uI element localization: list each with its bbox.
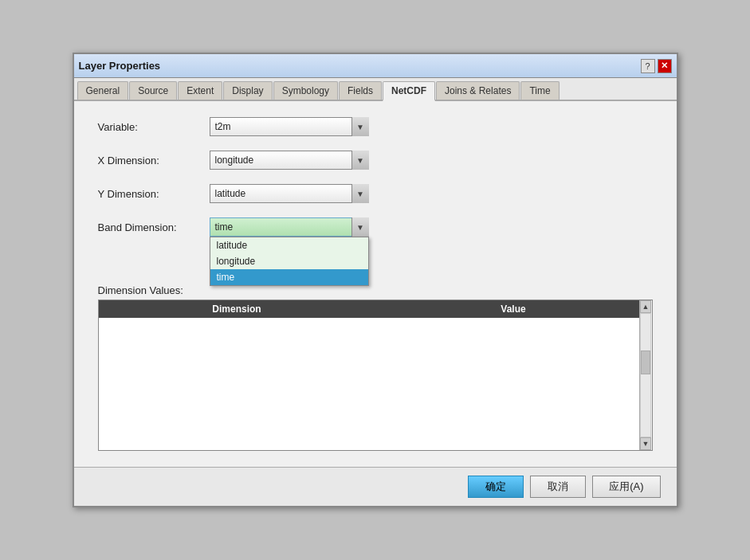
tab-fields[interactable]: Fields (339, 81, 382, 100)
ydim-select[interactable]: latitude (210, 184, 369, 203)
scroll-down-btn[interactable]: ▼ (640, 437, 651, 450)
xdim-select-wrapper: longitude ▼ (210, 151, 369, 170)
dropdown-item-time[interactable]: time (210, 269, 368, 285)
footer: 确定 取消 应用(A) (74, 467, 677, 506)
ydim-row: Y Dimension: latitude ▼ (98, 184, 653, 203)
tabs-bar: General Source Extent Display Symbology … (74, 78, 677, 101)
title-bar: Layer Properties ? ✕ (74, 54, 677, 78)
table-scrollbar: ▲ ▼ (639, 300, 652, 450)
banddim-label: Band Dimension: (98, 221, 210, 233)
scroll-thumb[interactable] (641, 350, 650, 374)
title-bar-left: Layer Properties (79, 60, 161, 72)
banddim-dropdown-open: latitude longitude time (210, 237, 369, 286)
close-button[interactable]: ✕ (658, 59, 672, 73)
table-header: Dimension Value (99, 300, 652, 318)
window-title: Layer Properties (79, 60, 161, 72)
scroll-track (640, 313, 651, 437)
variable-select[interactable]: t2m (210, 117, 369, 136)
banddim-select-display[interactable]: time (210, 217, 369, 237)
ydim-select-wrapper: latitude ▼ (210, 184, 369, 203)
netcdf-content: Variable: t2m ▼ X Dimension: longitude ▼… (74, 101, 677, 467)
help-button[interactable]: ? (641, 59, 655, 73)
ok-button[interactable]: 确定 (468, 476, 524, 498)
dimension-values-section: Dimension Values: Dimension Value ▲ ▼ (98, 284, 653, 451)
variable-row: Variable: t2m ▼ (98, 117, 653, 136)
xdim-label: X Dimension: (98, 155, 210, 166)
col-value-header: Value (375, 300, 652, 318)
xdim-row: X Dimension: longitude ▼ (98, 151, 653, 170)
tab-time[interactable]: Time (520, 81, 559, 100)
tab-source[interactable]: Source (129, 81, 177, 100)
title-bar-controls: ? ✕ (641, 59, 672, 73)
table-body (99, 318, 652, 437)
apply-button[interactable]: 应用(A) (592, 476, 660, 498)
banddim-row: Band Dimension: time ▼ latitude longitud… (98, 217, 653, 237)
variable-label: Variable: (98, 121, 210, 133)
variable-select-wrapper: t2m ▼ (210, 117, 369, 136)
layer-properties-window: Layer Properties ? ✕ General Source Exte… (73, 53, 678, 507)
ydim-label: Y Dimension: (98, 188, 210, 200)
tab-netcdf[interactable]: NetCDF (383, 81, 435, 101)
dropdown-item-longitude[interactable]: longitude (210, 253, 368, 269)
xdim-select[interactable]: longitude (210, 151, 369, 170)
col-dimension-header: Dimension (99, 300, 375, 318)
tab-extent[interactable]: Extent (178, 81, 222, 100)
dimension-values-label: Dimension Values: (98, 284, 653, 296)
tab-joins-relates[interactable]: Joins & Relates (436, 81, 520, 100)
dimension-table-container: Dimension Value ▲ ▼ (98, 300, 653, 451)
scroll-up-btn[interactable]: ▲ (640, 300, 651, 313)
tab-display[interactable]: Display (223, 81, 272, 100)
banddim-value: time (215, 221, 234, 233)
cancel-button[interactable]: 取消 (530, 476, 586, 498)
tab-general[interactable]: General (77, 81, 129, 100)
banddim-container: time ▼ latitude longitude time (210, 217, 369, 237)
banddim-select-wrapper: time ▼ (210, 217, 369, 237)
dropdown-item-latitude[interactable]: latitude (210, 237, 368, 253)
tab-symbology[interactable]: Symbology (273, 81, 338, 100)
